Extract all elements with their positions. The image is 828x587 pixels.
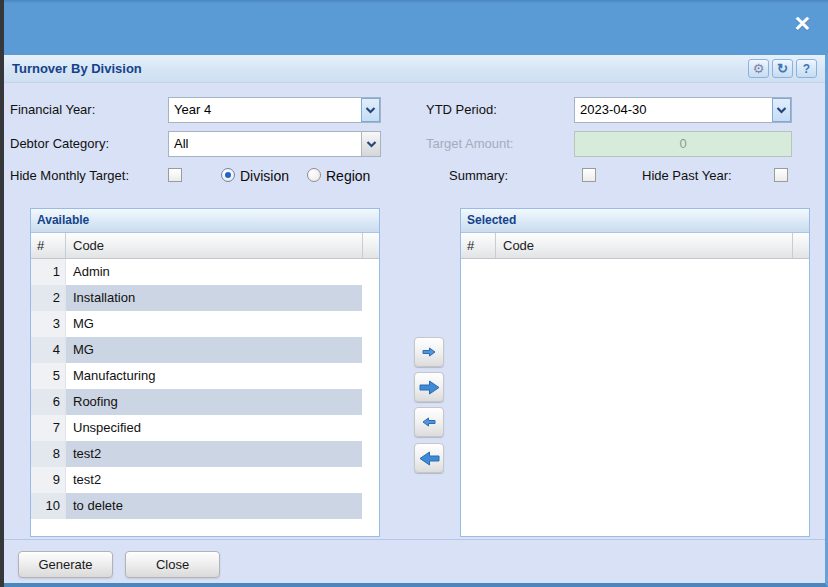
target-amount-label: Target Amount:: [426, 131, 513, 157]
table-row[interactable]: 3MG: [31, 311, 379, 337]
table-row[interactable]: 9test2: [31, 467, 379, 493]
row-number: 1: [31, 259, 66, 285]
row-number: 10: [31, 493, 66, 519]
row-number: 8: [31, 441, 66, 467]
row-code: to delete: [66, 493, 362, 519]
row-filler: [362, 493, 379, 519]
row-number: 2: [31, 285, 66, 311]
footer-separator: [4, 539, 825, 540]
row-code: test2: [66, 441, 362, 467]
division-radio[interactable]: [221, 168, 235, 182]
arrow-left-double-icon: [419, 451, 440, 466]
row-code: Admin: [66, 259, 362, 285]
table-row[interactable]: 1Admin: [31, 259, 379, 285]
table-row[interactable]: 7Unspecified: [31, 415, 379, 441]
arrow-left-icon: [422, 417, 436, 427]
table-row[interactable]: 6Roofing: [31, 389, 379, 415]
row-number: 4: [31, 337, 66, 363]
ytd-period-label: YTD Period:: [426, 97, 497, 123]
available-panel-title: Available: [31, 209, 379, 233]
column-header-filler: [362, 233, 379, 258]
selected-panel: Selected # Code: [460, 208, 810, 537]
window-header: ✕: [4, 0, 828, 55]
help-icon[interactable]: ?: [796, 59, 817, 78]
column-header-num[interactable]: #: [461, 233, 496, 258]
selected-grid-header: # Code: [461, 233, 809, 259]
row-number: 9: [31, 467, 66, 493]
row-number: 3: [31, 311, 66, 337]
table-row[interactable]: 2Installation: [31, 285, 379, 311]
row-filler: [362, 337, 379, 363]
arrow-right-double-icon: [419, 380, 440, 395]
row-code: MG: [66, 311, 362, 337]
hide-monthly-target-checkbox[interactable]: [168, 168, 182, 182]
region-radio[interactable]: [307, 168, 321, 182]
chevron-down-icon[interactable]: [361, 98, 380, 122]
row-code: Installation: [66, 285, 362, 311]
division-radio-label[interactable]: Division: [240, 164, 289, 188]
column-header-filler: [792, 233, 809, 258]
row-code: test2: [66, 467, 362, 493]
available-grid-header: # Code: [31, 233, 379, 259]
ytd-period-select[interactable]: 2023-04-30: [574, 97, 792, 123]
available-grid-body: 1Admin2Installation3MG4MG5Manufacturing6…: [31, 259, 379, 536]
debtor-category-label: Debtor Category:: [10, 131, 109, 157]
generate-button[interactable]: Generate: [18, 551, 113, 578]
row-filler: [362, 311, 379, 337]
financial-year-label: Financial Year:: [10, 97, 95, 123]
dialog-titlebar: Turnover By Division ⚙ ↻ ?: [4, 55, 825, 83]
hide-past-year-checkbox[interactable]: [774, 168, 788, 182]
column-header-code[interactable]: Code: [496, 233, 792, 258]
row-filler: [362, 259, 379, 285]
table-row[interactable]: 5Manufacturing: [31, 363, 379, 389]
titlebar-tools: ⚙ ↻ ?: [748, 59, 817, 78]
row-code: Unspecified: [66, 415, 362, 441]
row-number: 7: [31, 415, 66, 441]
financial-year-value: Year 4: [169, 98, 361, 122]
move-right-button[interactable]: [414, 337, 444, 367]
move-all-left-button[interactable]: [414, 443, 444, 473]
table-row[interactable]: 8test2: [31, 441, 379, 467]
refresh-icon[interactable]: ↻: [772, 59, 793, 78]
move-all-right-button[interactable]: [414, 372, 444, 402]
table-row[interactable]: 10to delete: [31, 493, 379, 519]
summary-label: Summary:: [449, 163, 508, 189]
row-code: MG: [66, 337, 362, 363]
selected-grid-body: [461, 259, 809, 536]
page-title: Turnover By Division: [12, 55, 142, 83]
region-radio-label[interactable]: Region: [326, 164, 370, 188]
row-number: 5: [31, 363, 66, 389]
close-icon[interactable]: ✕: [793, 13, 811, 34]
chevron-down-icon[interactable]: [772, 98, 791, 122]
row-number: 6: [31, 389, 66, 415]
row-filler: [362, 441, 379, 467]
row-filler: [362, 467, 379, 493]
ytd-period-value: 2023-04-30: [575, 98, 772, 122]
row-filler: [362, 415, 379, 441]
turnover-dialog: Turnover By Division ⚙ ↻ ? Financial Yea…: [4, 55, 828, 587]
selected-panel-title: Selected: [461, 209, 809, 233]
hide-past-year-label: Hide Past Year:: [642, 163, 732, 189]
column-header-num[interactable]: #: [31, 233, 66, 258]
chevron-down-icon[interactable]: [361, 132, 380, 156]
row-code: Roofing: [66, 389, 362, 415]
financial-year-select[interactable]: Year 4: [168, 97, 381, 123]
screen: ✕ Turnover By Division ⚙ ↻ ? Financial Y…: [0, 0, 828, 587]
available-panel: Available # Code 1Admin2Installation3MG4…: [30, 208, 380, 537]
row-code: Manufacturing: [66, 363, 362, 389]
debtor-category-select[interactable]: All: [168, 131, 381, 157]
arrow-right-icon: [422, 347, 436, 357]
row-filler: [362, 389, 379, 415]
summary-checkbox[interactable]: [582, 168, 596, 182]
row-filler: [362, 363, 379, 389]
debtor-category-value: All: [169, 132, 361, 156]
target-amount-field: 0: [574, 131, 792, 157]
move-left-button[interactable]: [414, 407, 444, 437]
close-button[interactable]: Close: [125, 551, 220, 578]
column-header-code[interactable]: Code: [66, 233, 362, 258]
row-filler: [362, 285, 379, 311]
table-row[interactable]: 4MG: [31, 337, 379, 363]
gear-icon[interactable]: ⚙: [748, 59, 769, 78]
hide-monthly-target-label: Hide Monthly Target:: [10, 163, 129, 189]
